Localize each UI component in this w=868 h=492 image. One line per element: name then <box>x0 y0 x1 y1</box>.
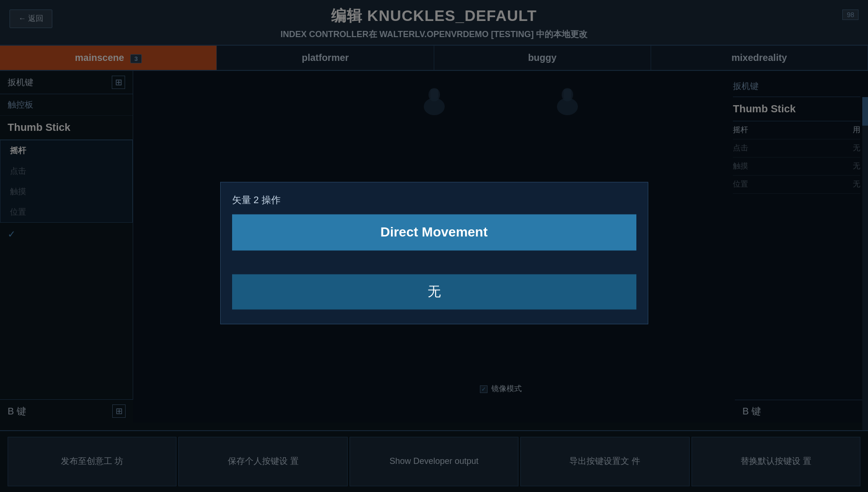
modal-option-primary[interactable]: Direct Movement <box>232 214 636 250</box>
modal-option-secondary[interactable]: 无 <box>232 274 636 309</box>
modal-dialog: 矢量 2 操作 Direct Movement 无 <box>220 182 648 324</box>
modal-title: 矢量 2 操作 <box>232 194 636 207</box>
